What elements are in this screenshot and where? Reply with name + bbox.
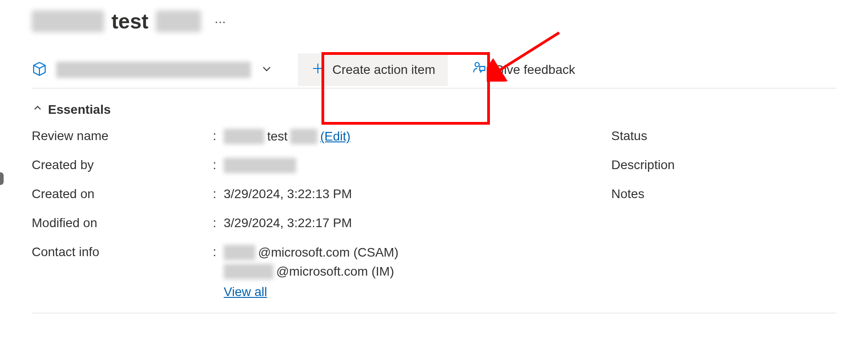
left-edge-dot: [0, 172, 4, 185]
colon: :: [213, 245, 219, 259]
edit-review-name-link[interactable]: (Edit): [320, 129, 350, 144]
colon: :: [213, 129, 219, 143]
workload-dropdown[interactable]: [32, 52, 287, 88]
redacted-dropdown-value: [56, 62, 251, 78]
more-actions-button[interactable]: ···: [215, 14, 226, 29]
modified-on-value: 3/29/2024, 3:22:17 PM: [224, 216, 352, 230]
label-description: Description: [611, 158, 792, 172]
give-feedback-button[interactable]: Give feedback: [459, 53, 588, 86]
redacted-title-suffix: [156, 10, 201, 32]
essentials-title: Essentials: [48, 102, 111, 117]
redacted-contact1-user: [224, 245, 255, 260]
row-created-on: Created on : 3/29/2024, 3:22:13 PM: [32, 187, 611, 216]
label-review-name: Review name: [32, 129, 213, 143]
page-title-row: test ···: [32, 9, 836, 34]
contact-line2-suffix: @microsoft.com (IM): [276, 264, 394, 279]
row-status: Status: [611, 129, 836, 158]
essentials-section: Essentials Review name : test (Edit): [32, 88, 836, 313]
label-created-by: Created by: [32, 158, 213, 172]
essentials-right-column: Status Description Notes: [611, 129, 836, 299]
row-modified-on: Modified on : 3/29/2024, 3:22:17 PM: [32, 216, 611, 245]
colon: :: [213, 158, 219, 172]
label-created-on: Created on: [32, 187, 213, 201]
contact-line1-suffix: @microsoft.com (CSAM): [258, 245, 398, 260]
row-created-by: Created by :: [32, 158, 611, 187]
essentials-grid: Review name : test (Edit) Created by :: [32, 129, 836, 299]
page-title: test: [32, 9, 201, 34]
give-feedback-label: Give feedback: [494, 63, 575, 77]
essentials-left-column: Review name : test (Edit) Created by :: [32, 129, 611, 299]
chevron-up-icon: [32, 102, 43, 117]
chevron-down-icon: [260, 62, 273, 78]
redacted-created-by: [224, 158, 296, 173]
row-contact-info: Contact info : @microsoft.com (CSAM) @mi…: [32, 245, 611, 299]
label-status: Status: [611, 129, 792, 143]
redacted-review-name-suffix: [290, 129, 317, 144]
command-bar: Create action item Give feedback: [32, 52, 836, 88]
row-notes: Notes: [611, 187, 836, 216]
colon: :: [213, 216, 219, 230]
plus-icon: [311, 61, 325, 79]
page-title-visible: test: [111, 9, 149, 34]
created-on-value: 3/29/2024, 3:22:13 PM: [224, 187, 352, 201]
row-description: Description: [611, 158, 836, 187]
redacted-title-prefix: [32, 10, 104, 32]
essentials-bottom-divider: [32, 313, 836, 313]
row-review-name: Review name : test (Edit): [32, 129, 611, 158]
view-all-contacts-link[interactable]: View all: [224, 285, 398, 299]
create-action-item-label: Create action item: [332, 63, 435, 77]
label-contact-info: Contact info: [32, 245, 213, 259]
svg-point-0: [475, 62, 479, 66]
label-modified-on: Modified on: [32, 216, 213, 230]
feedback-icon: [471, 61, 487, 79]
review-name-visible: test: [267, 129, 288, 144]
cube-icon: [32, 61, 47, 78]
colon: :: [213, 187, 219, 201]
create-action-item-button[interactable]: Create action item: [298, 53, 448, 86]
essentials-toggle[interactable]: Essentials: [32, 102, 836, 117]
redacted-review-name-prefix: [224, 129, 264, 144]
redacted-contact2-user: [224, 264, 273, 279]
label-notes: Notes: [611, 187, 792, 201]
